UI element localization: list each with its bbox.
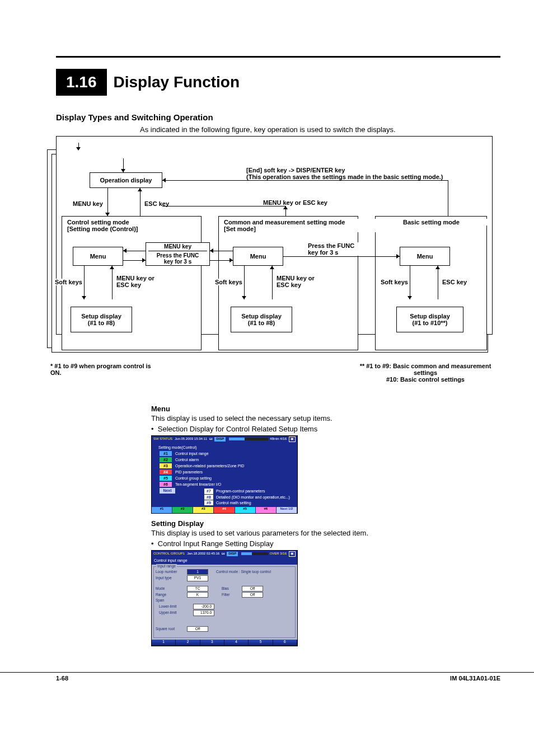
bias-val: Off <box>242 586 263 591</box>
footnote-left: * #1 to #9 when program control is ON. <box>50 363 162 376</box>
menu-item: #6Ten-segment linearizer I/O <box>160 482 297 487</box>
softkey: 1 <box>152 640 176 646</box>
lower-val: -200.0 <box>193 604 214 609</box>
menu-item-text: Control alarm <box>175 457 199 462</box>
menu-item-text: Control group setting <box>175 476 212 481</box>
section-title: Display Function <box>114 69 240 96</box>
softkey: 3 <box>200 640 224 646</box>
menu-or-esc-lbl-top: MENU key or ESC key <box>263 199 327 206</box>
menu-subitem-num: #8 <box>204 495 213 500</box>
setup-1-text: Setup display (#1 to #8) <box>81 313 121 326</box>
menu-subitem-text: Detailed (DIO monitor and operation,etc.… <box>216 495 290 500</box>
menu-item-num: #3 <box>160 463 172 468</box>
disp-pill-2: DISP <box>227 552 238 556</box>
softkeys-lbl-1: Soft keys <box>55 279 82 285</box>
menu-esc-lbl-c2: MENU key or ESC key <box>277 275 321 288</box>
menu-subitem-text: Control math setting <box>216 500 251 505</box>
menu-text-3: Menu <box>417 253 433 260</box>
setup-display-3: Setup display (#1 to #10**) <box>396 307 463 332</box>
menu-item-text: Control input range <box>175 451 209 456</box>
menu-subitem: #7Program-control parameters <box>204 489 297 494</box>
span-lbl: Span <box>156 598 164 603</box>
input-type-val: PV1 <box>187 575 208 581</box>
input-range-title: Input range <box>156 564 177 569</box>
menu-heading: Menu <box>151 405 467 413</box>
subheading-types: Display Types and Switching Operation <box>56 112 500 122</box>
setting-bullet-text: Control Input Range Setting Display <box>158 539 274 548</box>
softkey: 2 <box>176 640 200 646</box>
footnote-right: ** #1 to #9: Basic common and measuremen… <box>353 363 498 383</box>
setup-display-1: Setup display (#1 to #8) <box>71 307 132 332</box>
setting-bullet: • Control Input Range Setting Display <box>151 539 467 548</box>
menu-item-num: #4 <box>160 469 172 475</box>
bias-lbl: Bias <box>222 586 238 591</box>
page-number: 1-68 <box>56 675 68 682</box>
softkey: 6 <box>273 640 297 646</box>
upper-lbl: Upper-limit <box>156 611 190 615</box>
menu-box-1: Menu <box>73 247 123 266</box>
control-setting-mode-label: Control setting mode [Setting mode (Cont… <box>67 219 196 232</box>
operation-display-text: Operation display <box>100 177 152 184</box>
menu-text-2: Menu <box>250 253 266 260</box>
menu-item-num: #5 <box>160 476 172 481</box>
status-date: Jun.05.2003 15:34:11 <box>175 437 207 442</box>
status-date-2: Jan.18.2002 02:45:16 <box>187 552 219 556</box>
upper-val: 1370.0 <box>193 610 214 616</box>
mode-val: TC <box>187 586 208 591</box>
range-lbl: Range <box>156 593 184 597</box>
softkey: 4 <box>224 640 249 646</box>
setting-desc: This display is used to set various para… <box>151 529 467 537</box>
menu-bullet: • Selection Display for Control Related … <box>151 425 467 433</box>
stop-icon-2: ▣ <box>289 551 296 557</box>
lower-lbl: Lower-limit <box>156 604 190 609</box>
menu-item: #3Operation-related parameters/Zone PID <box>160 463 297 468</box>
press-func-inner-1: Press the FUNC key for 3 s <box>157 252 199 265</box>
menu-item-text: Ten-segment linearizer I/O <box>175 482 221 487</box>
setting-screenshot: CONTROL GROUP1 Jan.18.2002 02:45:16 🖭 DI… <box>151 550 298 646</box>
menu-screenshot: SW STATUS Jun.05.2003 15:34:11 🖭 DISP 48… <box>151 435 298 514</box>
section-number: 1.16 <box>56 69 107 96</box>
status-text-2: CONTROL GROUP1 <box>153 552 185 556</box>
esc-key-lbl-c3: ESC key <box>442 279 467 285</box>
menu-subitem-text: Program-control parameters <box>216 489 265 494</box>
next-pill: Next <box>160 488 175 493</box>
softkey: 5 <box>249 640 273 646</box>
softkey: #1 <box>152 507 172 513</box>
menu-subitem: #8Detailed (DIO monitor and operation,et… <box>204 495 297 500</box>
operation-display-box: Operation display <box>90 172 162 188</box>
setting-status-bar: CONTROL GROUP1 Jan.18.2002 02:45:16 🖭 DI… <box>152 551 297 557</box>
display-switching-diagram: Power ON Operation mode Operation displa… <box>56 136 493 399</box>
menu-desc: This display is used to select the neces… <box>151 414 467 422</box>
softkey: #5 <box>235 507 256 513</box>
softkey: Next 1/2 <box>277 507 297 513</box>
softkey: #2 <box>172 507 193 513</box>
lead-sentence: As indicated in the following figure, ke… <box>140 125 500 134</box>
setting-strip: Control input range <box>152 557 297 564</box>
menu-subitem-num: #7 <box>204 489 213 494</box>
sqrt-lbl: Square root <box>156 627 184 631</box>
softkeys-lbl-3: Soft keys <box>381 279 408 285</box>
stop-icon: ▣ <box>289 436 296 442</box>
softkey: #3 <box>193 507 214 513</box>
menu-item-text: PID parameters <box>175 469 203 475</box>
menu-subitem-num: #9 <box>204 500 213 505</box>
softkey: #6 <box>256 507 277 513</box>
menu-subitem: #9Control math setting <box>204 500 297 505</box>
press-func-label-2: Press the FUNC key for 3 s <box>308 242 369 256</box>
end-key-note: [End] soft key -> DISP/ENTER key (This o… <box>246 167 487 180</box>
setup-display-2: Setup display (#1 to #8) <box>231 307 292 332</box>
menu-key-lbl-1: MENU key <box>73 200 103 207</box>
menu-key-inner-1: MENU key <box>164 243 191 250</box>
range-val: K <box>187 592 208 598</box>
func-key-box-1: MENU key Press the FUNC key for 3 s <box>146 242 210 266</box>
status-right-2: OVER 3/16 <box>270 552 287 556</box>
menu-item: #4PID parameters <box>160 469 297 475</box>
status-text: SW STATUS <box>153 437 172 442</box>
menu-softkeys: #1#2#3#4#5#6Next 1/2 <box>152 507 297 513</box>
menu-item: #5Control group setting <box>160 476 297 481</box>
setting-softkeys: 123456 <box>152 640 297 646</box>
menu-box-2: Menu <box>233 247 283 266</box>
loop-number-val: 1 <box>187 569 208 575</box>
menu-esc-lbl-c1: MENU key or ESC key <box>116 275 161 288</box>
menu-status-bar: SW STATUS Jun.05.2003 15:34:11 🖭 DISP 48… <box>152 436 297 443</box>
